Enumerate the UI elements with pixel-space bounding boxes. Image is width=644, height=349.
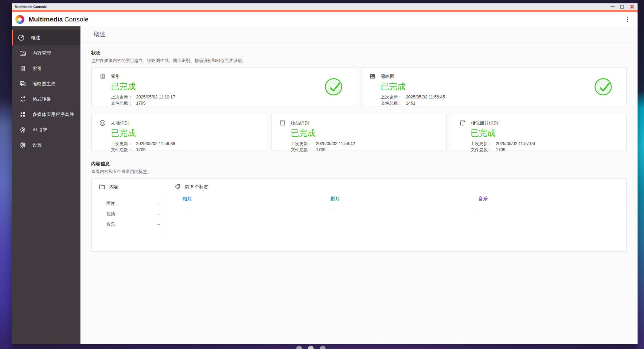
gear-icon (19, 141, 26, 149)
top-tags-panel: 前 5 个标签 相片 -- 影片 -- (167, 178, 626, 251)
last-update-label: 上次更新： (470, 141, 492, 146)
sidebar-item-ai-engine[interactable]: AI 引擎 (12, 122, 80, 137)
desktop-wallpaper-left (0, 0, 12, 349)
last-update-label: 上次更新： (291, 141, 312, 146)
success-check-icon (595, 78, 612, 95)
total-files-value: 1709 (136, 147, 146, 152)
accent-bar (12, 10, 638, 12)
close-button[interactable] (630, 4, 634, 9)
tag-value: -- (182, 206, 330, 211)
sidebar-item-label: 内容管理 (33, 50, 51, 56)
tag-value: -- (330, 206, 478, 211)
clipboard-icon (19, 65, 26, 72)
status-card-title: 物品识别 (291, 120, 309, 126)
status-card-thumbnail: 缩略图 已完成 上次更新：2025/05/02 11:56:45 文件总数：14… (361, 67, 627, 106)
sidebar-item-transcoding[interactable]: 格式转换 (12, 91, 80, 107)
total-files-value: 1709 (316, 147, 326, 152)
status-section-title: 状态 (91, 50, 627, 56)
total-files-value: 1709 (136, 101, 146, 105)
content-info-card: 内容 照片： -- 视频： -- 音乐 (91, 178, 627, 252)
maximize-button[interactable] (620, 4, 625, 9)
last-update-value: 2025/05/02 11:59:38 (136, 141, 175, 146)
minimize-button[interactable] (610, 4, 615, 9)
status-cards-row-2: 人脸识别 已完成 上次更新：2025/05/02 11:59:38 文件总数：1… (91, 114, 627, 151)
tag-column-video: 影片 -- (330, 196, 478, 211)
sidebar: 概述 内容管理 (12, 26, 80, 344)
tag-label[interactable]: 音乐 (478, 196, 626, 202)
sidebar-item-overview[interactable]: 概述 (12, 30, 80, 45)
sidebar-item-label: 多媒体应用程序套件 (33, 112, 74, 117)
content-panel: 内容 照片： -- 视频： -- 音乐 (92, 178, 167, 251)
sidebar-item-label: 格式转换 (33, 96, 51, 102)
last-update-value: 2025/05/02 11:59:42 (316, 141, 355, 146)
brand-regular: Console (64, 16, 88, 23)
total-files-value: 1709 (496, 147, 505, 152)
image-icon (369, 73, 376, 80)
sidebar-item-settings[interactable]: 设置 (12, 137, 80, 153)
desktop-pager-dot[interactable] (296, 346, 302, 349)
gauge-icon (18, 34, 25, 41)
sidebar-item-label: 索引 (33, 66, 42, 71)
brand-bold: Multimedia (29, 16, 63, 23)
tag-column-music: 音乐 -- (478, 196, 626, 211)
total-files-label: 文件总数： (111, 147, 132, 152)
content-row-photos: 照片： -- (106, 198, 160, 209)
total-files-value: 1461 (406, 101, 416, 105)
status-card-face-recognition: 人脸识别 已完成 上次更新：2025/05/02 11:59:38 文件总数：1… (91, 114, 267, 151)
convert-icon (19, 95, 26, 103)
status-value: 已完成 (470, 129, 619, 138)
window-titlebar: Multimedia Console (12, 3, 638, 10)
tag-value: -- (478, 206, 626, 211)
sidebar-item-indexing[interactable]: 索引 (12, 61, 80, 76)
desktop-wallpaper-right (638, 0, 644, 349)
sidebar-item-label: 概述 (31, 35, 40, 41)
folder-icon (98, 183, 106, 190)
desktop-pager-dot[interactable] (308, 346, 314, 349)
status-card-indexing: 索引 已完成 上次更新：2025/05/02 11:10:17 文件总数：170… (91, 67, 357, 106)
sidebar-item-thumbnail-generation[interactable]: 缩略图生成 (12, 76, 80, 91)
close-icon (630, 4, 634, 9)
window-title: Multimedia Console (15, 5, 47, 9)
face-icon (99, 119, 106, 127)
last-update-value: 2025/05/02 11:57:06 (496, 141, 535, 146)
success-check-icon (325, 78, 342, 95)
status-card-title: 相似照片识别 (470, 120, 498, 126)
desktop-pager-dot[interactable] (320, 346, 326, 349)
status-value: 已完成 (291, 129, 439, 138)
box-icon (279, 119, 286, 127)
sidebar-item-content-management[interactable]: 内容管理 (12, 45, 80, 61)
total-files-label: 文件总数： (291, 147, 312, 152)
app-header: MultimediaConsole (12, 12, 638, 26)
status-value: 已完成 (111, 129, 260, 138)
status-card-title: 缩略图 (381, 74, 395, 79)
status-value: 已完成 (111, 82, 349, 91)
box-icon (459, 119, 466, 127)
content-row-music: 音乐： -- (106, 219, 160, 230)
page-title: 概述 (94, 30, 105, 38)
last-update-label: 上次更新： (111, 94, 132, 99)
total-files-label: 文件总数： (470, 147, 492, 152)
app-logo-icon (15, 15, 24, 24)
app-brand: MultimediaConsole (29, 16, 88, 23)
content-section-title: 内容信息 (91, 161, 627, 167)
clipboard-icon (99, 73, 106, 80)
sidebar-item-label: 缩略图生成 (33, 81, 56, 87)
tag-column-photo: 相片 -- (182, 196, 330, 211)
last-update-label: 上次更新： (111, 141, 132, 146)
apps-grid-icon (19, 111, 26, 118)
total-files-label: 文件总数： (381, 101, 402, 105)
window-controls (610, 4, 634, 9)
folder-search-icon (19, 49, 26, 57)
sidebar-item-label: 设置 (33, 142, 42, 148)
desktop-wallpaper-bottom (12, 344, 638, 349)
tag-label[interactable]: 影片 (330, 196, 478, 202)
status-cards-row-1: 索引 已完成 上次更新：2025/05/02 11:10:17 文件总数：170… (91, 67, 627, 106)
tag-label[interactable]: 相片 (182, 196, 330, 202)
last-update-label: 上次更新： (381, 94, 402, 99)
sidebar-item-multimedia-app-suite[interactable]: 多媒体应用程序套件 (12, 107, 80, 122)
sidebar-item-label: AI 引擎 (33, 127, 47, 133)
last-update-value: 2025/05/02 11:10:17 (136, 94, 175, 99)
status-value: 已完成 (381, 82, 619, 91)
content-row-videos: 视频： -- (106, 209, 160, 219)
kebab-menu-button[interactable] (626, 15, 630, 23)
